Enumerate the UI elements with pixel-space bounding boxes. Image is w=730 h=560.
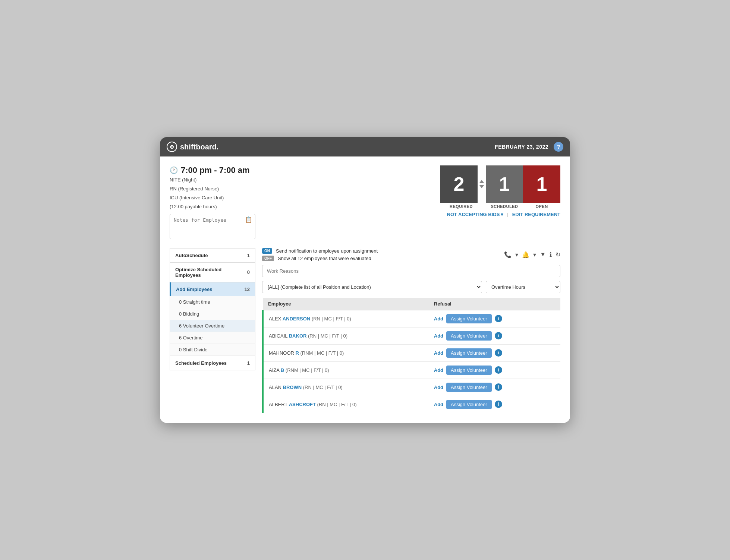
filter-row: [ALL] (Complete list of all Position and… (262, 281, 560, 293)
info-button[interactable]: i (495, 315, 502, 322)
employee-actions-cell: Add Assign Volunteer i (429, 396, 560, 413)
sub-item-overtime[interactable]: 6 Overtime (170, 332, 255, 344)
info-button[interactable]: i (495, 332, 502, 339)
employee-actions-cell: Add Assign Volunteer i (429, 361, 560, 379)
employee-actions-cell: Add Assign Volunteer i (429, 327, 560, 344)
notif-off-text: Show all 12 employees that were evaluate… (278, 256, 371, 261)
stats-row: 2 1 1 (440, 165, 560, 203)
assign-volunteer-button[interactable]: Assign Volunteer (446, 348, 492, 358)
notes-icon: 📋 (245, 216, 252, 223)
filter-icon[interactable]: ▼ (540, 251, 546, 258)
notes-area: 📋 (170, 214, 255, 241)
notes-input[interactable] (170, 214, 255, 239)
notif-on-text: Send notification to employee upon assig… (276, 248, 378, 254)
sidebar-item-add-employees[interactable]: Add Employees 12 (170, 282, 255, 296)
emp-first-name: MAHNOOR (269, 350, 296, 356)
not-accepting-bids-link[interactable]: NOT ACCEPTING BIDS ▾ (447, 212, 504, 217)
emp-first-name: ABIGAIL (269, 333, 289, 339)
emp-last-name: BAKOR (289, 333, 307, 339)
assign-volunteer-button[interactable]: Assign Volunteer (446, 400, 492, 409)
required-stat: 2 (440, 165, 478, 203)
shift-unit: ICU (Intensive Care Unit) (170, 194, 255, 202)
add-button[interactable]: Add (434, 350, 443, 356)
add-employees-label: Add Employees (176, 287, 213, 292)
sidebar-item-scheduled-employees[interactable]: Scheduled Employees 1 (170, 356, 255, 370)
emp-details: (RNM | MC | F/T | 0) (301, 350, 344, 356)
right-panel: ON Send notification to employee upon as… (262, 248, 560, 413)
open-stat: 1 (523, 165, 560, 203)
emp-last-name: ASHCROFT (289, 402, 316, 407)
help-button[interactable]: ? (554, 142, 563, 152)
assign-volunteer-button[interactable]: Assign Volunteer (446, 366, 492, 375)
stat-down-arrow[interactable] (479, 185, 484, 188)
edit-requirement-link[interactable]: EDIT REQUIREMENT (512, 212, 560, 217)
work-reasons-input[interactable] (262, 265, 560, 277)
stats-labels: REQUIRED SCHEDULED OPEN (443, 204, 560, 209)
table-row: ALEX ANDERSON (RN | MC | F/T | 0) Add As… (263, 310, 560, 327)
notification-bar: ON Send notification to employee upon as… (262, 248, 560, 261)
chevron-down-icon-3[interactable]: ▾ (533, 251, 536, 258)
logo-icon: ⊕ (167, 142, 177, 152)
optimize-label: Optimize Scheduled Employees (175, 267, 247, 278)
stat-up-arrow[interactable] (479, 180, 484, 183)
emp-details: (RN | MC | F/T | 0) (308, 333, 347, 339)
add-button[interactable]: Add (434, 333, 443, 339)
col-employee: Employee (263, 298, 429, 310)
table-row: ALAN BROWN (RN | MC | F/T | 0) Add Assig… (263, 379, 560, 396)
sub-item-shift-divide[interactable]: 0 Shift Divide (170, 344, 255, 356)
employee-cell: ALBERT ASHCROFT (RN | MC | F/T | 0) (263, 396, 429, 413)
info-button[interactable]: i (495, 383, 502, 391)
sidebar-item-autoschedule[interactable]: AutoSchedule 1 (170, 248, 255, 262)
notification-left: ON Send notification to employee upon as… (262, 248, 378, 261)
add-button[interactable]: Add (434, 316, 443, 322)
sub-item-straight-time[interactable]: 0 Straight time (170, 296, 255, 308)
chevron-down-icon: ▾ (501, 212, 503, 217)
employee-cell: ABIGAIL BAKOR (RN | MC | F/T | 0) (263, 327, 429, 344)
assign-volunteer-button[interactable]: Assign Volunteer (446, 331, 492, 341)
clock-icon: 🕐 (170, 166, 178, 174)
payable-hours: (12.00 payable hours) (170, 203, 255, 211)
autoschedule-count: 1 (247, 253, 250, 258)
add-button[interactable]: Add (434, 402, 443, 407)
info-button[interactable]: i (495, 401, 502, 408)
chevron-down-icon-2[interactable]: ▾ (515, 251, 518, 258)
toggle-off[interactable]: OFF (262, 256, 274, 261)
sub-items: 0 Straight time 0 Bidding 6 Volunteer Ov… (170, 296, 255, 356)
sub-item-volunteer-overtime[interactable]: 6 Volunteer Overtime (170, 320, 255, 332)
app-window: ⊕ shiftboard. FEBRUARY 23, 2022 ? 🕐 7:00… (160, 137, 570, 423)
info-button[interactable]: i (495, 366, 502, 374)
refresh-icon[interactable]: ↻ (556, 251, 560, 258)
employee-actions-cell: Add Assign Volunteer i (429, 344, 560, 361)
shift-role: RN (Registered Nurse) (170, 185, 255, 193)
emp-first-name: ALBERT (269, 402, 289, 407)
assign-volunteer-button[interactable]: Assign Volunteer (446, 383, 492, 392)
position-filter[interactable]: [ALL] (Complete list of all Position and… (262, 281, 482, 293)
info-icon[interactable]: ℹ (550, 251, 552, 258)
emp-last-name: B (281, 367, 284, 373)
sort-filter[interactable]: Overtime Hours (486, 281, 560, 293)
add-button[interactable]: Add (434, 367, 443, 373)
sidebar-item-optimize[interactable]: Optimize Scheduled Employees 0 (170, 262, 255, 282)
assign-volunteer-button[interactable]: Assign Volunteer (446, 314, 492, 323)
scheduled-label: SCHEDULED (486, 204, 523, 209)
emp-details: (RN | MC | F/T | 0) (317, 402, 357, 407)
employee-cell: ALEX ANDERSON (RN | MC | F/T | 0) (263, 310, 429, 327)
toggle-on[interactable]: ON (262, 248, 272, 254)
sub-item-bidding[interactable]: 0 Bidding (170, 308, 255, 320)
employee-actions-cell: Add Assign Volunteer i (429, 310, 560, 327)
header-date: FEBRUARY 23, 2022 (495, 144, 548, 150)
info-button[interactable]: i (495, 349, 502, 357)
table-row: AIZA B (RNM | MC | F/T | 0) Add Assign V… (263, 361, 560, 379)
shift-info: 🕐 7:00 pm - 7:00 am NITE (Night) RN (Reg… (170, 165, 255, 240)
table-row: ABIGAIL BAKOR (RN | MC | F/T | 0) Add As… (263, 327, 560, 344)
logo-text: shiftboard. (180, 143, 218, 151)
employee-cell: AIZA B (RNM | MC | F/T | 0) (263, 361, 429, 379)
add-button[interactable]: Add (434, 385, 443, 390)
shift-time: 7:00 pm - 7:00 am (181, 165, 250, 175)
required-label: REQUIRED (443, 204, 480, 209)
employee-table: Employee Refusal ALEX ANDERSON (RN | MC … (262, 298, 560, 413)
bell-icon[interactable]: 🔔 (522, 251, 529, 258)
phone-icon[interactable]: 📞 (504, 251, 512, 258)
body-section: AutoSchedule 1 Optimize Scheduled Employ… (170, 248, 560, 413)
employee-actions-cell: Add Assign Volunteer i (429, 379, 560, 396)
